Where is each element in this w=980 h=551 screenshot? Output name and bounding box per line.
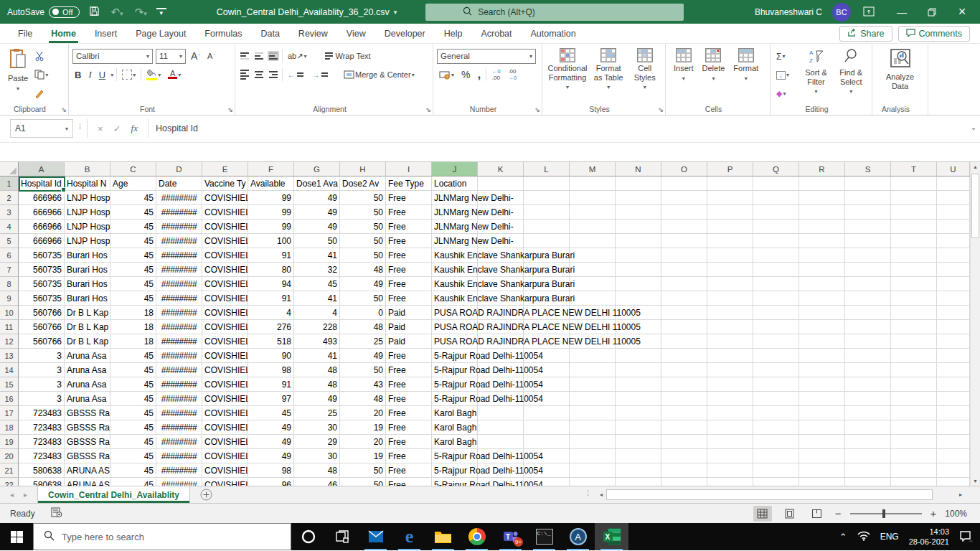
cell-D16[interactable]: ######## <box>156 392 202 406</box>
cell-D14[interactable]: ######## <box>156 363 202 377</box>
cell-P3[interactable] <box>707 205 753 220</box>
bottom-align-icon[interactable] <box>268 51 279 61</box>
collapse-ribbon-icon[interactable]: ⌃ <box>968 539 974 548</box>
cell-S20[interactable] <box>845 449 891 463</box>
cell-R19[interactable] <box>799 435 845 449</box>
cell-S19[interactable] <box>845 435 891 449</box>
cell-O15[interactable] <box>661 377 707 392</box>
cell-H5[interactable]: 50 <box>340 234 386 248</box>
tab-scroll-splitter[interactable]: ⁞ <box>587 489 589 497</box>
scroll-up-icon[interactable]: ▲ <box>971 164 980 169</box>
cell-O5[interactable] <box>661 234 707 248</box>
cell-K1[interactable] <box>478 176 524 191</box>
cell-U12[interactable] <box>937 334 970 349</box>
column-header-J[interactable]: J <box>432 162 478 176</box>
cell-G8[interactable]: 45 <box>294 277 340 291</box>
cell-S11[interactable] <box>845 320 891 334</box>
cell-A17[interactable]: 723483 <box>19 406 65 420</box>
cell-T22[interactable] <box>891 478 937 486</box>
cell-H19[interactable]: 20 <box>340 435 386 449</box>
cell-P15[interactable] <box>707 377 753 392</box>
cell-R1[interactable] <box>799 176 845 191</box>
cell-D17[interactable]: ######## <box>156 406 202 420</box>
cell-C14[interactable]: 45 <box>110 363 156 377</box>
cell-T17[interactable] <box>891 406 937 420</box>
next-sheet-icon[interactable]: ▸ <box>24 491 27 499</box>
cell-D7[interactable]: ######## <box>156 263 202 277</box>
vertical-scroll-thumb[interactable] <box>971 174 979 238</box>
cell-O22[interactable] <box>661 478 707 486</box>
column-header-A[interactable]: A <box>19 162 65 176</box>
cell-E20[interactable]: COVISHIEL <box>202 449 248 463</box>
cell-C18[interactable]: 45 <box>110 420 156 435</box>
start-button[interactable] <box>0 523 33 550</box>
cell-B2[interactable]: LNJP Hosp <box>65 191 110 205</box>
cell-S18[interactable] <box>845 420 891 435</box>
cell-O1[interactable] <box>661 176 707 191</box>
cell-P8[interactable] <box>707 277 753 291</box>
cell-C17[interactable]: 45 <box>110 406 156 420</box>
cell-N21[interactable] <box>616 463 661 478</box>
cell-S16[interactable] <box>845 392 891 406</box>
cell-M17[interactable] <box>570 406 616 420</box>
column-header-C[interactable]: C <box>110 162 156 176</box>
cell-P10[interactable] <box>707 306 753 320</box>
cell-G15[interactable]: 48 <box>294 377 340 392</box>
cell-Q11[interactable] <box>753 320 799 334</box>
tab-view[interactable]: View <box>337 25 375 42</box>
column-header-I[interactable]: I <box>386 162 432 176</box>
cell-P19[interactable] <box>707 435 753 449</box>
cell-R13[interactable] <box>799 349 845 363</box>
cell-C4[interactable]: 45 <box>110 220 156 234</box>
cell-I8[interactable]: Free <box>386 277 432 291</box>
cell-E14[interactable]: COVISHIEL <box>202 363 248 377</box>
cell-M18[interactable] <box>570 420 616 435</box>
cell-H8[interactable]: 49 <box>340 277 386 291</box>
cell-F14[interactable]: 98 <box>248 363 294 377</box>
row-number-9[interactable]: 9 <box>0 291 19 306</box>
cell-J13[interactable]: 5-Rajpur Road Delhi-110054 <box>432 349 478 363</box>
cell-T9[interactable] <box>891 291 937 306</box>
cell-G20[interactable]: 30 <box>294 449 340 463</box>
cell-G2[interactable]: 49 <box>294 191 340 205</box>
cell-Q7[interactable] <box>753 263 799 277</box>
cell-L5[interactable] <box>524 234 570 248</box>
cell-U3[interactable] <box>937 205 970 220</box>
column-header-K[interactable]: K <box>478 162 524 176</box>
cell-T2[interactable] <box>891 191 937 205</box>
cell-N8[interactable] <box>616 277 661 291</box>
taskbar-search-box[interactable]: Type here to search <box>33 523 291 550</box>
cell-J17[interactable]: Karol Bagh <box>432 406 478 420</box>
row-number-7[interactable]: 7 <box>0 263 19 277</box>
cell-A18[interactable]: 723483 <box>19 420 65 435</box>
cell-M3[interactable] <box>570 205 616 220</box>
cell-M22[interactable] <box>570 478 616 486</box>
cut-icon[interactable] <box>32 50 50 62</box>
cell-E21[interactable]: COVISHIEL <box>202 463 248 478</box>
cell-N19[interactable] <box>616 435 661 449</box>
cell-O20[interactable] <box>661 449 707 463</box>
cell-M7[interactable] <box>570 263 616 277</box>
cell-N18[interactable] <box>616 420 661 435</box>
cell-S4[interactable] <box>845 220 891 234</box>
cell-R7[interactable] <box>799 263 845 277</box>
cell-R12[interactable] <box>799 334 845 349</box>
align-right-icon[interactable] <box>268 70 279 80</box>
cell-R4[interactable] <box>799 220 845 234</box>
cell-C10[interactable]: 18 <box>110 306 156 320</box>
cell-F7[interactable]: 80 <box>248 263 294 277</box>
cell-F15[interactable]: 91 <box>248 377 294 392</box>
cell-E15[interactable]: COVISHIEL <box>202 377 248 392</box>
chrome-browser-icon[interactable] <box>460 523 494 550</box>
cell-N13[interactable] <box>616 349 661 363</box>
cell-M21[interactable] <box>570 463 616 478</box>
tab-acrobat[interactable]: Acrobat <box>471 25 521 42</box>
cell-J21[interactable]: 5-Rajpur Road Delhi-110054 <box>432 463 478 478</box>
edge-browser-icon[interactable]: e <box>392 523 426 550</box>
cell-O6[interactable] <box>661 248 707 263</box>
cell-P4[interactable] <box>707 220 753 234</box>
cell-O14[interactable] <box>661 363 707 377</box>
cell-U11[interactable] <box>937 320 970 334</box>
cell-R11[interactable] <box>799 320 845 334</box>
cell-F12[interactable]: 518 <box>248 334 294 349</box>
